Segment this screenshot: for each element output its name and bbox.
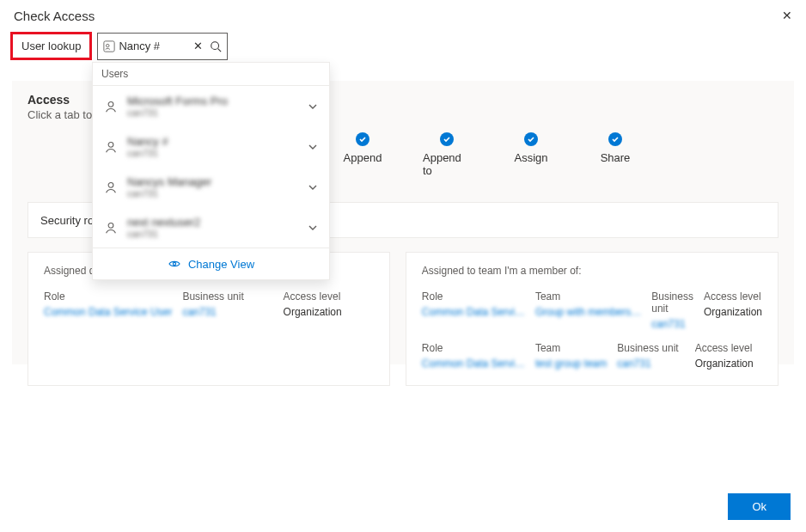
col-header-team: Team [535, 342, 607, 354]
person-card-icon [103, 40, 115, 52]
item-sub: can731 [127, 188, 298, 199]
dropdown-header: Users [93, 63, 329, 86]
svg-point-4 [108, 101, 113, 107]
col-header-bu: Business unit [182, 290, 272, 303]
change-view-button[interactable]: Change View [93, 248, 329, 279]
person-icon [103, 180, 119, 195]
user-dropdown: Users Microsoft Forms Procan731 Nancy #c… [92, 62, 330, 280]
access-value: Organization [704, 306, 762, 318]
role-link[interactable]: Common Data Servi… [422, 306, 525, 318]
search-icon[interactable] [210, 40, 222, 52]
team-link[interactable]: Group with members… [535, 306, 641, 318]
perm-label: Share [601, 151, 631, 164]
item-sub: can731 [127, 148, 298, 158]
role-link[interactable]: Common Data Service User [44, 306, 172, 318]
col-header-access: Access level [284, 290, 374, 303]
dropdown-item[interactable]: Nancys Managercan731 [93, 167, 329, 207]
access-value: Organization [284, 306, 374, 318]
check-icon [440, 132, 454, 146]
item-sub: can731 [127, 229, 298, 239]
eye-icon [168, 257, 181, 271]
svg-line-3 [218, 48, 222, 52]
item-name: Microsoft Forms Pro [127, 95, 298, 107]
svg-point-6 [108, 182, 113, 187]
bu-link[interactable]: can731 [182, 306, 272, 318]
check-icon [356, 132, 369, 146]
lookup-row: User lookup Nancy # ✕ [0, 32, 806, 60]
person-icon [103, 220, 119, 235]
svg-point-8 [173, 262, 175, 265]
ok-button[interactable]: Ok [728, 493, 791, 520]
col-header-access: Access level [695, 342, 762, 354]
svg-point-2 [211, 41, 219, 49]
check-icon [524, 132, 538, 146]
chevron-down-icon[interactable] [307, 101, 319, 113]
item-name: next nextuser2 [127, 216, 298, 229]
search-value: Nancy # [119, 40, 186, 52]
dialog-title: Check Access [14, 9, 792, 23]
dropdown-item[interactable]: Microsoft Forms Procan731 [93, 86, 329, 126]
dropdown-item[interactable]: Nancy #can731 [93, 126, 329, 167]
card-assigned-team: Assigned to team I'm a member of: Role C… [406, 252, 779, 386]
perm-label: Append to [423, 151, 471, 177]
bu-link[interactable]: can731 [651, 318, 693, 330]
chevron-down-icon[interactable] [307, 222, 319, 234]
perm-label: Append [344, 151, 382, 164]
col-header-role: Role [44, 290, 172, 303]
team-link[interactable]: test group team [535, 358, 607, 370]
svg-point-1 [107, 44, 110, 47]
col-header-bu: Business unit [651, 290, 693, 315]
clear-search-icon[interactable]: ✕ [190, 40, 206, 52]
perm-label: Assign [514, 151, 547, 164]
tab-security-roles[interactable]: Security rol [40, 214, 96, 227]
item-sub: can731 [127, 107, 298, 118]
dropdown-list[interactable]: Microsoft Forms Procan731 Nancy #can731 … [93, 86, 329, 248]
chevron-down-icon[interactable] [307, 141, 319, 153]
user-lookup-label: User lookup [10, 32, 92, 60]
svg-point-7 [108, 223, 113, 228]
dropdown-item[interactable]: next nextuser2can731 [93, 207, 329, 248]
card-title: Assigned to team I'm a member of: [422, 265, 762, 277]
close-button[interactable]: ✕ [782, 9, 792, 22]
chevron-down-icon[interactable] [307, 181, 319, 193]
person-icon [103, 99, 119, 114]
change-view-label: Change View [188, 258, 254, 271]
col-header-bu: Business unit [617, 342, 684, 354]
perm-assign: Assign [507, 132, 555, 164]
bu-link[interactable]: can731 [617, 358, 684, 370]
col-header-team: Team [535, 290, 641, 303]
svg-point-5 [108, 142, 113, 147]
user-search-input[interactable]: Nancy # ✕ [97, 33, 228, 60]
col-header-role: Role [422, 290, 525, 303]
perm-append-to: Append to [423, 132, 471, 177]
item-name: Nancy # [127, 135, 298, 148]
col-header-access: Access level [704, 290, 762, 303]
col-header-role: Role [422, 342, 525, 354]
perm-share: Share [591, 132, 639, 164]
access-value: Organization [695, 358, 762, 370]
perm-append: Append [339, 132, 387, 164]
item-name: Nancys Manager [127, 175, 298, 188]
role-link[interactable]: Common Data Servi… [422, 358, 525, 370]
person-icon [103, 139, 119, 155]
check-icon [608, 132, 622, 146]
